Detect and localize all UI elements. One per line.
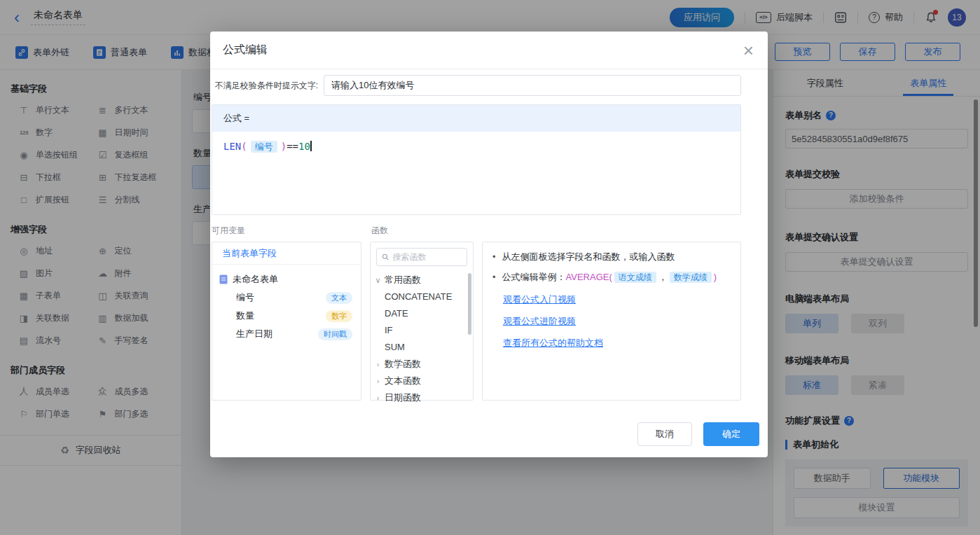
functions-label: 函数 <box>371 225 388 237</box>
type-badge: 时间戳 <box>318 328 352 340</box>
app-root: ‹ 未命名表单 应用访问 </> 后端脚本 ? 帮助 <box>0 0 980 535</box>
type-badge: 数字 <box>326 310 352 322</box>
variable-row[interactable]: 编号 文本 <box>219 289 352 307</box>
current-form-fields-tab[interactable]: 当前表单字段 <box>212 242 361 265</box>
modal-header: 公式编辑 × <box>210 32 768 69</box>
panel-labels: 可用变量 函数 <box>212 225 741 236</box>
formula-editor: 公式 = LEN(编号)==10 <box>212 104 741 215</box>
formula-paren-open: ( <box>241 141 247 152</box>
example-field-token: 数学成绩 <box>670 272 712 283</box>
video-advanced-link[interactable]: 观看公式进阶视频 <box>503 315 731 328</box>
function-list: ∨ 常用函数 CONCATENATE DATE IF SUM › 数学函数 › … <box>371 272 473 406</box>
search-icon <box>382 253 389 261</box>
hint-row: 不满足校验条件时提示文字: <box>212 75 741 96</box>
formula-edit-modal: 公式编辑 × 不满足校验条件时提示文字: 公式 = LEN(编号)==10 可用… <box>210 32 768 457</box>
formula-number: 10 <box>298 141 310 152</box>
cancel-button[interactable]: 取消 <box>637 422 692 446</box>
function-group-date[interactable]: › 日期函数 <box>371 389 473 406</box>
variables-panel: 当前表单字段 未命名表单 编号 文本 数量 <box>212 242 361 401</box>
chevron-right-icon: › <box>374 377 382 385</box>
hint-input[interactable] <box>324 75 741 96</box>
type-badge: 文本 <box>326 292 352 304</box>
example-paren-close: ) <box>714 272 717 282</box>
help-tip-example: • 公式编辑举例：AVERAGE(语文成绩，数学成绩) <box>492 271 731 284</box>
function-group-text[interactable]: › 文本函数 <box>371 373 473 389</box>
variable-row[interactable]: 数量 数字 <box>219 307 352 325</box>
variables-tree: 未命名表单 编号 文本 数量 数字 生产日期 时间戳 <box>212 265 361 343</box>
function-search-input[interactable] <box>392 252 462 262</box>
chevron-right-icon: › <box>374 394 382 402</box>
help-panel: • 从左侧面板选择字段名和函数，或输入函数 • 公式编辑举例：AVERAGE(语… <box>482 242 741 401</box>
modal-title: 公式编辑 <box>223 43 268 57</box>
chevron-right-icon: › <box>374 360 382 368</box>
bullet: • <box>492 251 496 264</box>
example-comma: ， <box>658 272 668 282</box>
video-intro-link[interactable]: 观看公式入门视频 <box>503 293 731 306</box>
form-doc-icon <box>219 275 228 284</box>
formula-field-token[interactable]: 编号 <box>251 141 277 153</box>
formula-operator: == <box>287 141 298 152</box>
formula-paren-close: ) <box>281 141 287 152</box>
example-field-token: 语文成绩 <box>614 272 656 283</box>
function-item[interactable]: DATE <box>371 305 473 322</box>
hint-label: 不满足校验条件时提示文字: <box>212 80 318 92</box>
example-function: AVERAGE( <box>566 272 612 282</box>
close-icon[interactable]: × <box>743 41 754 60</box>
text-caret <box>310 141 312 151</box>
formula-function: LEN <box>223 141 241 152</box>
modal-footer: 取消 确定 <box>637 422 759 446</box>
function-group-common[interactable]: ∨ 常用函数 <box>371 272 473 289</box>
help-tip: • 从左侧面板选择字段名和函数，或输入函数 <box>492 251 731 264</box>
variable-row[interactable]: 生产日期 时间戳 <box>219 325 352 343</box>
example-text: 公式编辑举例：AVERAGE(语文成绩，数学成绩) <box>502 271 717 284</box>
function-item[interactable]: IF <box>371 322 473 339</box>
confirm-button[interactable]: 确定 <box>703 422 759 446</box>
function-item[interactable]: SUM <box>371 339 473 356</box>
function-list-scrollbar[interactable] <box>468 273 471 335</box>
bullet: • <box>492 271 496 284</box>
formula-prefix: 公式 = <box>212 105 740 132</box>
chevron-down-icon: ∨ <box>374 276 382 285</box>
function-item[interactable]: CONCATENATE <box>371 289 473 305</box>
formula-input-area[interactable]: LEN(编号)==10 <box>212 132 740 214</box>
variables-label: 可用变量 <box>212 225 245 235</box>
tree-root-form[interactable]: 未命名表单 <box>219 270 352 289</box>
docs-link[interactable]: 查看所有公式的帮助文档 <box>503 337 731 349</box>
function-search[interactable] <box>376 248 467 266</box>
function-group-math[interactable]: › 数学函数 <box>371 356 473 373</box>
functions-panel: ∨ 常用函数 CONCATENATE DATE IF SUM › 数学函数 › … <box>370 242 474 401</box>
panels-row: 当前表单字段 未命名表单 编号 文本 数量 <box>212 242 741 401</box>
